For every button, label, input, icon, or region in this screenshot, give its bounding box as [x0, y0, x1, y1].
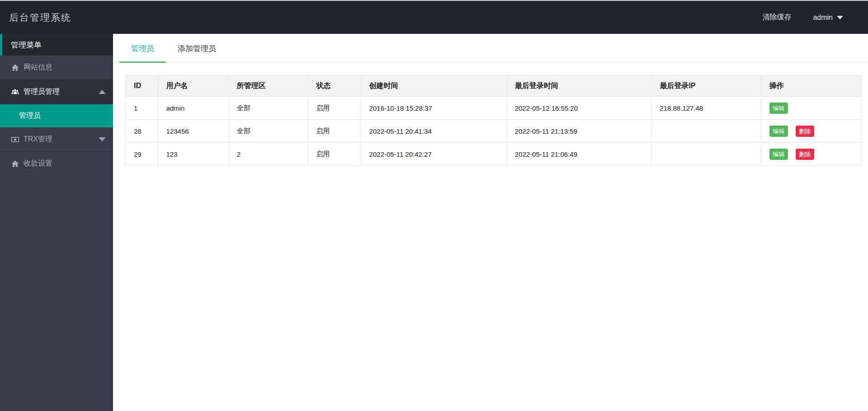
top-border-line — [0, 0, 868, 1]
cell-actions: 编辑 删除 — [761, 120, 861, 143]
sidebar-item-trx-management[interactable]: TRX管理 — [0, 127, 113, 152]
col-header-created: 创建时间 — [361, 75, 506, 97]
col-header-status: 状态 — [308, 75, 361, 97]
top-bar: 后台管理系统 清除缓存 admin — [0, 1, 868, 34]
clear-cache-button[interactable]: 清除缓存 — [762, 13, 791, 22]
sidebar-menu-title: 管理菜单 — [0, 34, 113, 56]
chevron-down-icon — [837, 16, 843, 19]
delete-button[interactable]: 删除 — [796, 126, 814, 137]
delete-button[interactable]: 删除 — [796, 149, 814, 160]
tab-admin-list[interactable]: 管理员 — [119, 35, 166, 63]
cell-username: 123456 — [158, 120, 228, 143]
money-icon — [11, 135, 19, 144]
col-header-last-ip: 最后登录IP — [651, 75, 761, 97]
col-header-id: ID — [126, 75, 158, 97]
sidebar-subitem-admin-list[interactable]: 管理员 — [0, 104, 113, 127]
cell-last-login: 2022-05-12 16:55:20 — [506, 97, 651, 120]
cell-region: 2 — [228, 143, 308, 166]
cell-actions: 编辑 删除 — [761, 143, 861, 166]
table-row: 1 admin 全部 启用 2016-10-18 15:28:37 2022-0… — [126, 97, 861, 120]
sidebar-item-payment-settings[interactable]: 收款设置 — [0, 152, 113, 176]
cell-created: 2016-10-18 15:28:37 — [361, 97, 506, 120]
users-icon — [11, 88, 19, 96]
sidebar-item-admin-management[interactable]: 管理员管理 — [0, 80, 113, 104]
cell-region: 全部 — [228, 120, 308, 143]
tab-bar: 管理员 添加管理员 — [113, 34, 868, 63]
edit-button[interactable]: 编辑 — [769, 149, 788, 160]
user-menu[interactable]: admin — [813, 14, 843, 22]
table-header-row: ID 用户名 所管理区 状态 创建时间 最后登录时间 最后登录IP 操作 — [126, 75, 861, 97]
cell-status: 启用 — [308, 143, 361, 166]
col-header-username: 用户名 — [158, 75, 228, 97]
cell-created: 2022-05-11 20:42:27 — [361, 143, 506, 166]
cell-id: 29 — [126, 143, 158, 166]
username-label: admin — [813, 14, 833, 22]
cell-actions: 编辑 — [761, 97, 861, 120]
cell-last-login: 2022-05-11 21:13:59 — [506, 120, 651, 143]
sidebar-item-label: 网站信息 — [24, 63, 52, 72]
cell-region: 全部 — [228, 97, 308, 120]
top-bar-right: 清除缓存 admin — [762, 13, 843, 22]
table-row: 28 123456 全部 启用 2022-05-11 20:41:34 2022… — [126, 120, 861, 143]
table-row: 29 123 2 启用 2022-05-11 20:42:27 2022-05-… — [126, 143, 861, 166]
cell-id: 28 — [126, 120, 158, 143]
cell-last-ip — [651, 120, 761, 143]
app-title: 后台管理系统 — [9, 11, 71, 24]
cell-username: 123 — [158, 143, 228, 166]
cell-last-ip — [651, 143, 761, 166]
sidebar: 管理菜单 网站信息 管理员管理 管理员 TRX管理 — [0, 34, 113, 411]
chevron-up-icon — [99, 90, 106, 94]
edit-button[interactable]: 编辑 — [769, 126, 788, 137]
cell-status: 启用 — [308, 97, 361, 120]
col-header-region: 所管理区 — [228, 75, 308, 97]
cell-id: 1 — [126, 97, 158, 120]
cell-status: 启用 — [308, 120, 361, 143]
cell-last-ip: 218.88.127.48 — [651, 97, 761, 120]
col-header-actions: 操作 — [761, 75, 861, 97]
edit-button[interactable]: 编辑 — [769, 103, 788, 114]
admin-table-container: ID 用户名 所管理区 状态 创建时间 最后登录时间 最后登录IP 操作 1 a… — [125, 75, 861, 166]
home-icon — [11, 63, 19, 72]
tab-add-admin[interactable]: 添加管理员 — [166, 35, 228, 63]
admin-table: ID 用户名 所管理区 状态 创建时间 最后登录时间 最后登录IP 操作 1 a… — [125, 75, 861, 166]
sidebar-item-label: TRX管理 — [24, 135, 52, 144]
cell-last-login: 2022-05-11 21:06:49 — [506, 143, 651, 166]
sidebar-item-label: 管理员 — [19, 111, 41, 121]
chevron-down-icon — [99, 137, 106, 141]
sidebar-item-label: 管理员管理 — [24, 87, 60, 97]
col-header-last-login: 最后登录时间 — [506, 75, 651, 97]
home-icon — [11, 159, 19, 168]
sidebar-item-site-info[interactable]: 网站信息 — [0, 56, 113, 80]
sidebar-item-label: 收款设置 — [24, 159, 52, 168]
cell-username: admin — [158, 97, 228, 120]
main-content: 管理员 添加管理员 ID 用户名 所管理区 状态 创建时间 最后登录时间 最后登… — [113, 34, 868, 411]
cell-created: 2022-05-11 20:41:34 — [361, 120, 506, 143]
